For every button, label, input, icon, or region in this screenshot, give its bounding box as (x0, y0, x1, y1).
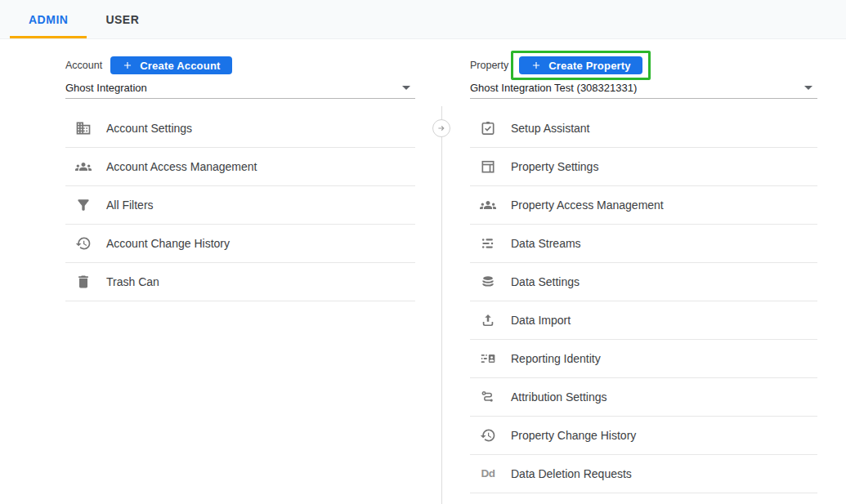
plus-icon (530, 60, 542, 71)
filter-icon (75, 197, 92, 213)
building-icon (75, 120, 92, 136)
account-menu: Account Settings Account Access Manageme… (65, 109, 415, 301)
tab-admin-label: ADMIN (29, 13, 68, 26)
property-selector-dropdown[interactable]: Ghost Integration Test (308321331) (470, 82, 817, 99)
menu-item-property-access-management[interactable]: Property Access Management (470, 186, 817, 225)
dropdown-caret-icon (402, 86, 410, 90)
menu-item-label: Attribution Settings (511, 390, 607, 404)
menu-item-data-settings[interactable]: Data Settings (470, 263, 817, 301)
account-label: Account (65, 60, 102, 71)
menu-item-label: Data Deletion Requests (511, 467, 632, 480)
dd-text-icon: Dd (480, 466, 496, 482)
menu-item-label: Property Settings (511, 160, 598, 173)
menu-item-label: Data Streams (511, 237, 581, 250)
people-icon (75, 158, 92, 175)
menu-item-all-filters[interactable]: All Filters (65, 186, 415, 225)
create-property-button[interactable]: Create Property (519, 56, 642, 74)
database-icon (480, 274, 496, 290)
admin-user-tabbar: ADMIN USER (0, 0, 846, 39)
create-account-button-label: Create Account (140, 60, 220, 72)
menu-item-label: Property Access Management (511, 198, 664, 212)
tab-user-label: USER (105, 13, 139, 26)
tab-admin[interactable]: ADMIN (10, 0, 87, 38)
account-header: Account Create Account (65, 49, 415, 82)
property-selector-value: Ghost Integration Test (308321331) (470, 82, 637, 94)
menu-item-account-change-history[interactable]: Account Change History (65, 225, 415, 263)
menu-item-label: Account Change History (106, 237, 230, 250)
menu-item-reporting-identity[interactable]: Reporting Identity (470, 340, 817, 378)
upload-icon (480, 312, 496, 328)
property-label: Property (470, 60, 508, 71)
window-icon (480, 158, 496, 175)
menu-item-label: Setup Assistant (511, 122, 590, 135)
menu-item-label: Reporting Identity (511, 352, 601, 365)
plus-icon (122, 60, 133, 71)
history-icon (75, 235, 92, 252)
ga-admin-page: ADMIN USER Account Create Account Ghost … (0, 0, 846, 504)
people-icon (480, 197, 496, 213)
dropdown-caret-icon (804, 86, 812, 90)
tab-user[interactable]: USER (87, 0, 158, 38)
menu-item-trash-can[interactable]: Trash Can (65, 263, 415, 301)
menu-item-label: Data Import (511, 314, 571, 327)
create-property-highlight-box: Create Property (511, 51, 651, 80)
trash-icon (75, 274, 92, 290)
menu-item-property-settings[interactable]: Property Settings (470, 148, 817, 186)
account-selector-value: Ghost Integration (65, 82, 147, 94)
menu-item-property-change-history[interactable]: Property Change History (470, 417, 817, 455)
menu-item-label: Data Settings (511, 275, 580, 288)
property-column: Property Create Property Ghost Integrati… (470, 49, 817, 493)
property-menu: Setup Assistant Property Settings Proper… (470, 109, 817, 493)
menu-item-account-settings[interactable]: Account Settings (65, 109, 415, 148)
move-entity-arrow-button[interactable] (432, 119, 450, 137)
menu-item-setup-assistant[interactable]: Setup Assistant (470, 109, 817, 148)
arrow-right-circle-icon (436, 123, 446, 133)
menu-item-label: All Filters (106, 198, 154, 212)
menu-item-data-streams[interactable]: Data Streams (470, 225, 817, 263)
property-header: Property Create Property (470, 49, 817, 82)
create-property-button-label: Create Property (548, 60, 631, 72)
menu-item-data-deletion-requests[interactable]: Dd Data Deletion Requests (470, 455, 817, 493)
history-icon (480, 427, 496, 444)
account-selector-dropdown[interactable]: Ghost Integration (65, 82, 415, 99)
menu-item-account-access-management[interactable]: Account Access Management (65, 148, 415, 186)
menu-item-label: Trash Can (106, 275, 159, 288)
streams-icon (480, 235, 496, 252)
create-account-button[interactable]: Create Account (110, 56, 231, 74)
menu-item-label: Property Change History (511, 429, 636, 442)
identity-card-icon (480, 350, 496, 367)
menu-item-data-import[interactable]: Data Import (470, 301, 817, 340)
menu-item-label: Account Settings (106, 122, 192, 135)
menu-item-attribution-settings[interactable]: Attribution Settings (470, 378, 817, 417)
column-divider (441, 106, 442, 504)
menu-item-label: Account Access Management (106, 160, 257, 173)
clipboard-check-icon (480, 120, 496, 136)
route-icon (480, 389, 496, 405)
account-column: Account Create Account Ghost Integration… (65, 49, 415, 301)
